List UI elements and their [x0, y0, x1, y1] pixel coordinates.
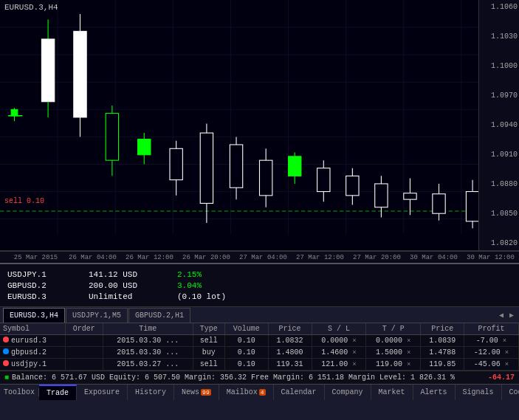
cell-time-1: 2015.03.30 ...	[103, 347, 193, 359]
col-header-type[interactable]: Type	[193, 323, 224, 335]
price-label: 1.1060	[481, 3, 518, 11]
cell-sl-0: 0.0000 ×	[312, 335, 366, 347]
tp-close-2[interactable]: ×	[407, 361, 410, 368]
chart-title: EURUSD.3,H4	[4, 3, 58, 12]
cell-order-0	[65, 335, 103, 347]
col-header-order[interactable]: Order	[65, 323, 103, 335]
cell-volume-1: 0.10	[224, 347, 268, 359]
svg-rect-63	[466, 192, 478, 221]
col-header-profit[interactable]: Profit	[464, 323, 519, 335]
row-type-icon-2	[3, 360, 9, 366]
col-header-price2[interactable]: Price	[421, 323, 464, 335]
tab-calendar[interactable]: Calendar	[274, 385, 325, 400]
toolbox-label[interactable]: Toolbox	[0, 388, 39, 396]
info-value-0: 141.12 USD	[89, 270, 162, 279]
trade-table: Symbol Order Time Type Volume Price S / …	[0, 323, 519, 371]
svg-rect-34	[170, 148, 182, 179]
chart-tab-1[interactable]: USDJPY.1,M5	[66, 308, 128, 323]
svg-rect-58	[404, 193, 416, 199]
col-header-tp[interactable]: T / P	[366, 323, 421, 335]
trade-table-body: eurusd.3 2015.03.30 ... sell 0.10 1.0832…	[0, 335, 519, 371]
tab-exposure[interactable]: Exposure	[77, 385, 128, 400]
time-label-8: 30 Mar 12:00	[462, 254, 519, 261]
info-symbol-2: EURUSD.3	[7, 292, 74, 301]
cell-profit-0: -7.00 ×	[464, 335, 519, 347]
price-label: 1.0850	[481, 210, 518, 218]
info-symbol-1: GBPUSD.2	[7, 281, 74, 290]
cell-volume-2: 0.10	[224, 359, 268, 371]
cell-price-1: 1.4800	[268, 347, 312, 359]
svg-rect-52	[346, 176, 359, 195]
info-row-1: GBPUSD.2 200.00 USD 3.04%	[7, 281, 512, 290]
svg-rect-31	[138, 140, 151, 155]
chart-tab-0[interactable]: EURUSD.3,H4	[3, 308, 65, 323]
balance-bar: ■ Balance: 6 571.67 USD Equity: 6 507.50…	[0, 371, 519, 384]
info-row-0: USDJPY.1 141.12 USD 2.15%	[7, 270, 512, 279]
svg-rect-46	[289, 156, 301, 176]
tab-codebase[interactable]: Code Base	[502, 385, 519, 400]
sl-close-2[interactable]: ×	[352, 361, 356, 368]
info-value-1: 200.00 USD	[89, 281, 162, 290]
row-close-0[interactable]: ×	[503, 337, 506, 345]
svg-rect-60	[433, 194, 445, 213]
time-label-0: 25 Mar 2015	[7, 254, 64, 261]
cell-time-2: 2015.03.27 ...	[103, 359, 193, 371]
svg-rect-49	[317, 168, 330, 192]
info-panel: USDJPY.1 141.12 USD 2.15% GBPUSD.2 200.0…	[0, 264, 519, 307]
col-header-time[interactable]: Time	[103, 323, 193, 335]
info-row-2: EURUSD.3 Unlimited (0.10 lot)	[7, 292, 512, 301]
col-header-sl[interactable]: S / L	[312, 323, 366, 335]
cell-tp-2: 119.00 ×	[366, 359, 421, 371]
svg-rect-37	[200, 133, 213, 203]
tab-signals[interactable]: Signals	[456, 385, 502, 400]
bottom-tabs: Toolbox Trade Exposure History News99 Ma…	[0, 384, 519, 400]
price-label: 1.0820	[481, 239, 518, 247]
tab-alerts[interactable]: Alerts	[413, 385, 456, 400]
cell-type-2: sell	[193, 359, 224, 371]
price-axis: 1.1060 1.1030 1.1000 1.0970 1.0940 1.091…	[478, 0, 519, 250]
cell-symbol-0: eurusd.3	[0, 335, 65, 347]
tab-company[interactable]: Company	[325, 385, 371, 400]
chart-tab-scroll: ◀ ▶	[497, 311, 519, 320]
scroll-right-btn[interactable]: ▶	[507, 311, 516, 320]
tab-mailbox[interactable]: Mailbox4	[219, 385, 274, 400]
row-close-2[interactable]: ×	[505, 361, 509, 368]
chart-tab-2[interactable]: GBPUSD.2,H1	[128, 308, 190, 323]
tab-history[interactable]: History	[128, 385, 174, 400]
col-header-volume[interactable]: Volume	[224, 323, 268, 335]
cell-profit-1: -12.00 ×	[464, 347, 519, 359]
chart-svg	[0, 0, 519, 250]
total-profit: -64.17	[488, 373, 515, 382]
sl-close-1[interactable]: ×	[352, 349, 356, 357]
tab-trade[interactable]: Trade	[39, 385, 77, 400]
tp-close-0[interactable]: ×	[407, 337, 410, 345]
cell-symbol-1: gbpusd.2	[0, 347, 65, 359]
cell-type-1: buy	[193, 347, 224, 359]
news-badge: 99	[201, 389, 211, 396]
price-label: 1.0880	[481, 180, 518, 188]
balance-icon: ■	[4, 373, 9, 382]
info-pct-1: 3.04%	[177, 281, 202, 290]
table-row: usdjpy.1 2015.03.27 ... sell 0.10 119.31…	[0, 359, 519, 371]
sell-line-label: sell 0.10	[4, 197, 44, 205]
svg-rect-40	[230, 145, 242, 187]
col-header-symbol[interactable]: Symbol	[0, 323, 65, 335]
cell-price-0: 1.0832	[268, 335, 312, 347]
svg-rect-43	[260, 160, 272, 196]
cell-order-2	[65, 359, 103, 371]
tab-market[interactable]: Market	[371, 385, 413, 400]
mailbox-badge: 4	[259, 389, 266, 396]
info-value-2: Unlimited	[89, 292, 162, 301]
cell-profit-2: -45.06 ×	[464, 359, 519, 371]
sl-close-0[interactable]: ×	[352, 337, 356, 345]
tab-news[interactable]: News99	[174, 385, 219, 400]
tp-close-1[interactable]: ×	[407, 349, 410, 357]
info-symbol-0: USDJPY.1	[7, 270, 74, 279]
svg-rect-25	[74, 31, 86, 117]
svg-rect-55	[375, 184, 388, 207]
time-label-1: 26 Mar 04:00	[64, 254, 121, 261]
row-close-1[interactable]: ×	[505, 349, 509, 357]
cell-curprice-2: 119.85	[421, 359, 464, 371]
col-header-price[interactable]: Price	[268, 323, 312, 335]
scroll-left-btn[interactable]: ◀	[497, 311, 506, 320]
